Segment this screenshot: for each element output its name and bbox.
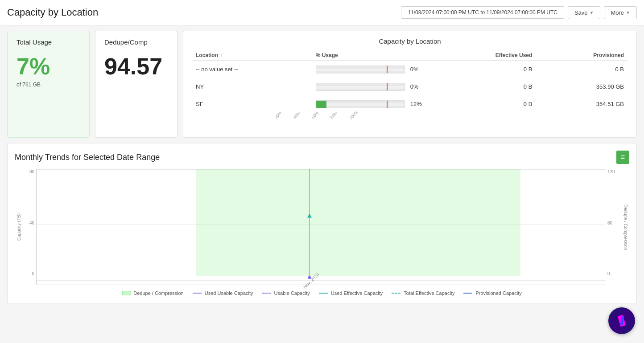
- legend-item-provisioned: Provisioned Capacity: [463, 290, 521, 296]
- capacity-table: Location ↑ % Usage Effective Used Provis…: [192, 50, 627, 113]
- chart-legend: Dedupe / Compression Used Usable Capacit…: [15, 290, 629, 296]
- trends-section: Monthly Trends for Selected Date Range ≡…: [7, 143, 637, 303]
- dedupe-card: Dedupe/Comp 94.57: [95, 31, 178, 138]
- trends-header: Monthly Trends for Selected Date Range ≡: [15, 151, 629, 164]
- vertical-marker: [310, 169, 310, 276]
- trends-title: Monthly Trends for Selected Date Range: [15, 153, 160, 162]
- cell-effective-used: 0 B: [429, 78, 536, 95]
- col-provisioned: Provisioned: [536, 50, 627, 61]
- grid-line-bottom: [37, 280, 606, 281]
- date-range-button[interactable]: 11/08/2024 07:00:00 PM UTC to 11/09/2024…: [401, 6, 564, 19]
- y-axis-left-label: Capacity (TB): [17, 213, 21, 241]
- legend-dash-usable: [262, 293, 271, 294]
- chart-inner: Nov, 2024: [36, 169, 606, 285]
- legend-line-used-effective: [319, 293, 328, 294]
- cell-bar-usage: 0%: [312, 61, 429, 78]
- chart-area: Capacity (TB) 80 40 0 Nov, 2024: [15, 169, 629, 285]
- cell-bar-usage: 12%: [312, 95, 429, 113]
- more-dropdown-arrow: ▼: [626, 10, 630, 15]
- cell-bar-usage: 0%: [312, 78, 429, 95]
- cell-provisioned: 354.51 GB: [536, 95, 627, 113]
- data-point-dedupe: [307, 213, 312, 217]
- y-axis-left: 80 40 0: [23, 169, 36, 285]
- legend-color-dedupe: [122, 291, 131, 295]
- cell-usage-pct: 0%: [408, 81, 422, 93]
- total-usage-label: Total Usage: [17, 38, 52, 46]
- cell-location: NY: [192, 78, 312, 95]
- cell-provisioned: 0 B: [536, 61, 627, 78]
- logo: [608, 307, 635, 334]
- table-row: NY0%0 B353.90 GB: [192, 78, 627, 95]
- cell-usage-pct: 12%: [408, 98, 425, 110]
- page-header: Capacity by Location 11/08/2024 07:00:00…: [0, 0, 644, 25]
- save-dropdown-arrow: ▼: [590, 10, 594, 15]
- bar-axis-labels: 20% 40% 60% 80% 100%: [272, 114, 380, 118]
- col-usage: % Usage: [312, 50, 429, 61]
- col-location[interactable]: Location ↑: [192, 50, 312, 61]
- y-axis-left-label-container: Capacity (TB): [15, 169, 23, 285]
- top-section: Total Usage 7% of 761 GB Dedupe/Comp 94.…: [0, 25, 644, 143]
- total-usage-card: Total Usage 7% of 761 GB: [7, 31, 90, 138]
- chart-menu-button[interactable]: ≡: [616, 151, 629, 164]
- y-axis-right-label-container: Dedupe / Compression: [621, 169, 629, 285]
- save-button[interactable]: Save ▼: [568, 6, 601, 19]
- legend-label-used-usable: Used Usable Capacity: [205, 290, 253, 296]
- dedupe-value: 94.57: [104, 55, 162, 78]
- capacity-table-title: Capacity by Location: [192, 37, 627, 45]
- cell-provisioned: 353.90 GB: [536, 78, 627, 95]
- y-axis-right: 120 60 0: [606, 169, 621, 285]
- legend-item-usable: Usable Capacity: [262, 290, 310, 296]
- logo-svg: [614, 313, 630, 329]
- more-button[interactable]: More ▼: [604, 6, 637, 19]
- legend-item-total-effective: Total Effective Capacity: [392, 290, 454, 296]
- cell-usage-pct: 0%: [408, 63, 422, 75]
- cell-effective-used: 0 B: [429, 95, 536, 113]
- col-effective-used: Effective Used: [429, 50, 536, 61]
- table-row: SF12%0 B354.51 GB: [192, 95, 627, 113]
- legend-item-dedupe: Dedupe / Compression: [122, 290, 184, 296]
- y-axis-right-label: Dedupe / Compression: [623, 204, 628, 250]
- total-usage-value: 7%: [17, 55, 50, 78]
- capacity-table-card: Capacity by Location Location ↑ % Usage …: [183, 31, 637, 138]
- cell-location: SF: [192, 95, 312, 113]
- legend-item-used-effective: Used Effective Capacity: [319, 290, 383, 296]
- cell-location: -- no value set --: [192, 61, 312, 78]
- header-actions: 11/08/2024 07:00:00 PM UTC to 11/09/2024…: [401, 6, 637, 19]
- legend-line-provisioned: [463, 293, 472, 294]
- cell-effective-used: 0 B: [429, 61, 536, 78]
- legend-dash-total-effective: [392, 293, 400, 294]
- legend-item-used-usable: Used Usable Capacity: [193, 290, 253, 296]
- legend-line-used-usable: [193, 293, 202, 294]
- sort-arrow: ↑: [220, 53, 223, 58]
- page-title: Capacity by Location: [7, 7, 98, 18]
- total-usage-sub: of 761 GB: [17, 82, 41, 88]
- table-row: -- no value set --0%0 B0 B: [192, 61, 627, 78]
- shaded-region: [196, 169, 520, 276]
- dedupe-label: Dedupe/Comp: [104, 38, 148, 46]
